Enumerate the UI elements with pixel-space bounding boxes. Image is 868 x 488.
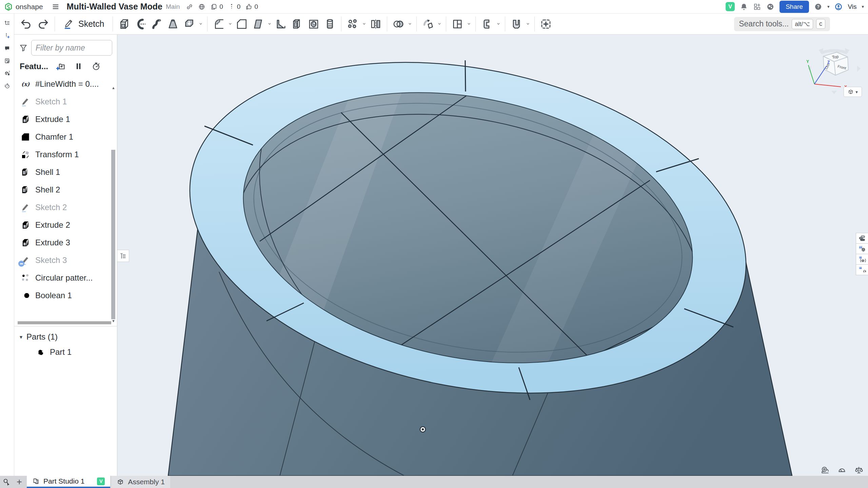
parts-collapse-icon[interactable]: ▾ bbox=[20, 334, 22, 340]
feature-item-circular-patter[interactable]: Circular patter... bbox=[14, 269, 117, 287]
move-face-button[interactable] bbox=[479, 16, 495, 32]
graphics-viewport[interactable]: Top Front Left X Y Z ▾ (x) bbox=[117, 35, 868, 476]
feature-item-extrude-3[interactable]: Extrude 3 bbox=[14, 234, 117, 251]
feature-item-extrude-1[interactable]: Extrude 1 bbox=[14, 110, 117, 128]
feature-item-shell-2[interactable]: Shell 2 bbox=[14, 181, 117, 199]
revolve-button[interactable] bbox=[132, 16, 149, 32]
help-icon[interactable]: ? bbox=[814, 3, 822, 11]
undo-button[interactable] bbox=[18, 16, 35, 32]
avatar[interactable]: V bbox=[726, 2, 735, 11]
brand-text[interactable]: onshape bbox=[16, 3, 43, 11]
sweep-button[interactable] bbox=[149, 16, 165, 32]
filter-input[interactable] bbox=[31, 40, 112, 56]
appearance-tab[interactable] bbox=[856, 233, 868, 244]
onshape-logo-icon[interactable] bbox=[4, 2, 13, 11]
notifications-bell-icon[interactable] bbox=[740, 3, 748, 11]
search-tools[interactable]: Search tools... alt/⌥ c bbox=[734, 17, 830, 31]
user-caret-icon[interactable]: ▾ bbox=[862, 4, 864, 9]
doc-stat-likes[interactable]: 0 bbox=[245, 3, 258, 11]
feature-item-extrude-2[interactable]: Extrude 2 bbox=[14, 216, 117, 234]
horizontal-scrollbar[interactable] bbox=[18, 321, 111, 324]
filter-funnel-icon[interactable] bbox=[19, 43, 28, 52]
feature-item-sketch-3[interactable]: Sketch 3 bbox=[14, 251, 117, 269]
thread-button[interactable] bbox=[322, 16, 338, 32]
help-caret-icon[interactable]: ▾ bbox=[827, 4, 830, 9]
configured-features-tab[interactable] bbox=[856, 254, 868, 265]
shell-button[interactable] bbox=[289, 16, 305, 32]
fillet-button[interactable] bbox=[211, 16, 227, 32]
notes-button[interactable] bbox=[2, 56, 12, 65]
scrollbar-thumb[interactable] bbox=[111, 150, 115, 319]
draft-button[interactable] bbox=[250, 16, 266, 32]
dropdown-chevron-icon[interactable] bbox=[407, 16, 413, 32]
configurations-tab[interactable] bbox=[856, 243, 868, 254]
scroll-down-arrow[interactable]: ▼ bbox=[111, 319, 116, 323]
search-tabs-button[interactable] bbox=[0, 476, 13, 488]
rib-button[interactable] bbox=[273, 16, 289, 32]
performance-button[interactable] bbox=[2, 81, 12, 90]
circular-pattern-button[interactable] bbox=[344, 16, 361, 32]
feature-list-button[interactable] bbox=[2, 18, 12, 28]
feature-item-chamfer-1[interactable]: Chamfer 1 bbox=[14, 128, 117, 146]
rollback-history-button[interactable] bbox=[91, 62, 101, 71]
share-button[interactable]: Share bbox=[780, 1, 809, 13]
user-label[interactable]: Vis bbox=[848, 3, 856, 11]
view-cube-top-label[interactable]: Top bbox=[832, 54, 839, 60]
dropdown-chevron-icon[interactable] bbox=[495, 16, 502, 32]
comments-button[interactable] bbox=[2, 43, 12, 53]
loft-button[interactable] bbox=[165, 16, 181, 32]
view-options-button[interactable]: ▾ bbox=[844, 87, 862, 97]
feature-list-scrollbar[interactable]: ▲ ▼ bbox=[111, 85, 116, 323]
feature-item-sketch-1[interactable]: Sketch 1 bbox=[14, 93, 117, 110]
feature-item-sketch-2[interactable]: Sketch 2 bbox=[14, 199, 117, 216]
dropdown-chevron-icon[interactable] bbox=[466, 16, 472, 32]
app-store-grid-icon[interactable] bbox=[753, 3, 761, 11]
mirror-button[interactable] bbox=[368, 16, 384, 32]
dropdown-chevron-icon[interactable] bbox=[197, 16, 204, 32]
vase-model[interactable] bbox=[117, 35, 868, 476]
doc-stat-versions[interactable]: 0 bbox=[228, 3, 241, 11]
hole-button[interactable] bbox=[305, 16, 322, 32]
feature-item-linewidth-0[interactable]: (x)#LineWidth = 0.... bbox=[14, 75, 117, 93]
doc-stat-copies[interactable]: 0 bbox=[210, 3, 223, 11]
part-item-part-1[interactable]: Part 1 bbox=[14, 344, 117, 361]
sketch-origin-point[interactable] bbox=[420, 427, 426, 432]
protractor-button[interactable] bbox=[837, 466, 846, 474]
add-tab-button[interactable]: + bbox=[13, 476, 26, 488]
user-account-icon[interactable] bbox=[834, 3, 843, 11]
split-button[interactable] bbox=[449, 16, 466, 32]
thicken-button[interactable] bbox=[181, 16, 197, 32]
tab-part-studio-1[interactable]: Part Studio 1V bbox=[27, 476, 110, 488]
dropdown-chevron-icon[interactable] bbox=[266, 16, 273, 32]
redo-button[interactable] bbox=[35, 16, 52, 32]
dropdown-chevron-icon[interactable] bbox=[525, 16, 531, 32]
chamfer-button[interactable] bbox=[234, 16, 250, 32]
scroll-up-arrow[interactable]: ▲ bbox=[111, 85, 116, 90]
sketch-button[interactable]: Sketch bbox=[58, 15, 110, 33]
replace-face-button[interactable] bbox=[508, 16, 525, 32]
featurescript-help-button[interactable]: ? bbox=[2, 68, 12, 78]
boolean-button[interactable] bbox=[390, 16, 407, 32]
doc-stat-link[interactable] bbox=[186, 3, 193, 11]
learning-center-icon[interactable] bbox=[766, 3, 774, 11]
feature-item-transform-1[interactable]: Transform 1 bbox=[14, 146, 117, 163]
panel-collapse-handle[interactable] bbox=[117, 250, 129, 262]
doc-stat-globe[interactable] bbox=[198, 3, 205, 11]
document-menu-icon[interactable] bbox=[52, 3, 59, 11]
modify-fillet-button[interactable] bbox=[420, 16, 436, 32]
dropdown-chevron-icon[interactable] bbox=[361, 16, 368, 32]
dropdown-chevron-icon[interactable] bbox=[436, 16, 443, 32]
workspace-label[interactable]: Main bbox=[166, 3, 180, 11]
suspend-regeneration-button[interactable] bbox=[73, 62, 83, 71]
configuration-variables-tab[interactable]: (x) bbox=[856, 264, 868, 275]
custom-feature-button[interactable] bbox=[538, 16, 554, 32]
create-version-button[interactable] bbox=[2, 31, 12, 40]
tape-measure-button[interactable] bbox=[821, 466, 829, 474]
tab-assembly-1[interactable]: Assembly 1 bbox=[111, 476, 170, 488]
parts-header[interactable]: ▾ Parts (1) bbox=[14, 327, 117, 344]
extrude-button[interactable] bbox=[116, 16, 132, 32]
mass-properties-button[interactable] bbox=[854, 466, 863, 474]
feature-item-boolean-1[interactable]: Boolean 1 bbox=[14, 287, 117, 304]
feature-item-shell-1[interactable]: Shell 1 bbox=[14, 163, 117, 181]
dropdown-chevron-icon[interactable] bbox=[227, 16, 234, 32]
